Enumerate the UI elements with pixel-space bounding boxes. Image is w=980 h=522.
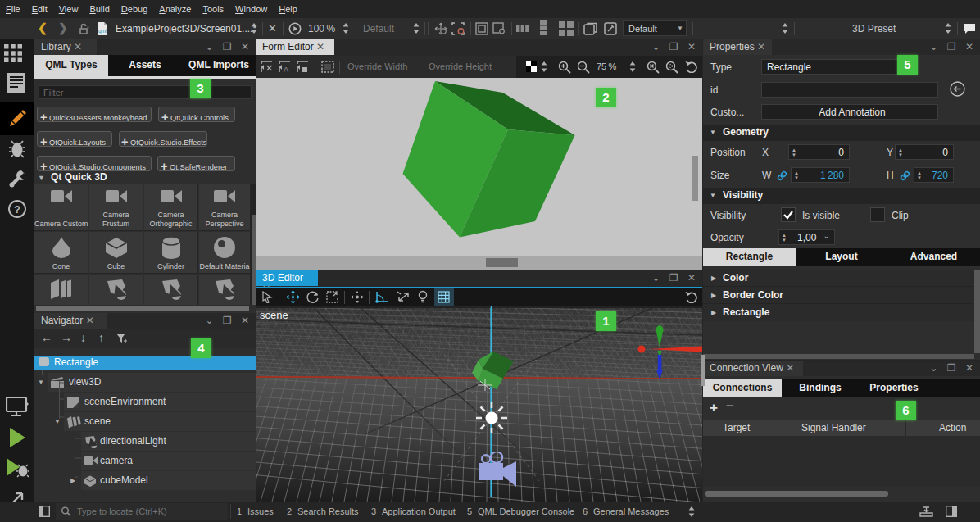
svg-text:A: A (284, 66, 288, 73)
svg-text:qml: qml (98, 28, 107, 34)
svg-text:?: ? (14, 203, 20, 216)
